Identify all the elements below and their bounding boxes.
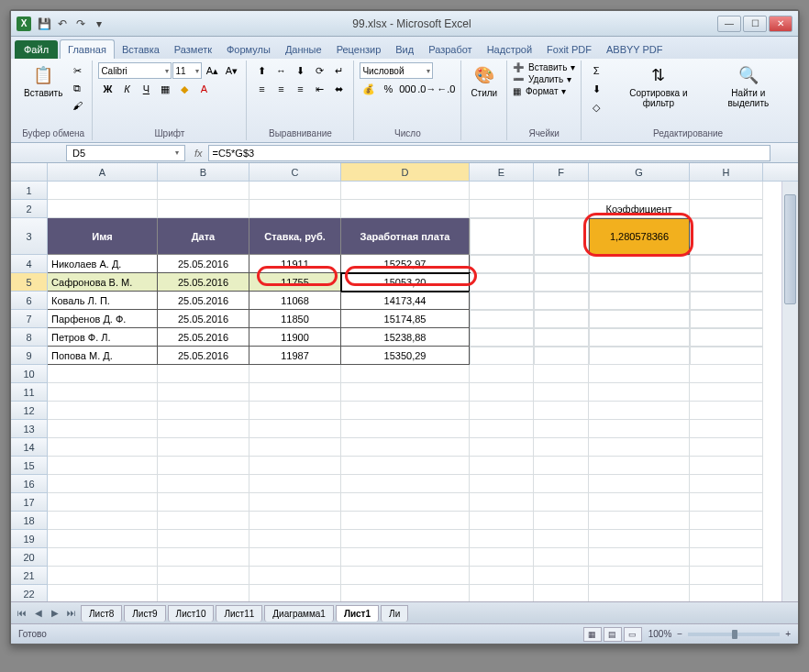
cell[interactable] bbox=[470, 475, 534, 493]
cell[interactable] bbox=[249, 585, 341, 601]
colhead-d[interactable]: D bbox=[341, 163, 470, 181]
cell-date[interactable]: 25.05.2016 bbox=[158, 273, 249, 292]
rowhead[interactable]: 18 bbox=[11, 512, 48, 530]
cell[interactable] bbox=[249, 512, 341, 530]
cell[interactable] bbox=[690, 328, 763, 347]
sheet-nav-prev-icon[interactable]: ◀ bbox=[31, 608, 46, 618]
align-center-icon[interactable]: ≡ bbox=[272, 81, 290, 97]
cell[interactable] bbox=[470, 310, 534, 328]
view-pagebreak-icon[interactable]: ▭ bbox=[624, 627, 642, 642]
rowhead[interactable]: 2 bbox=[11, 200, 48, 218]
cell[interactable] bbox=[158, 383, 249, 402]
cell[interactable] bbox=[48, 365, 158, 383]
maximize-button[interactable]: ☐ bbox=[743, 16, 767, 32]
cell-date[interactable]: 25.05.2016 bbox=[158, 328, 249, 347]
cell[interactable] bbox=[534, 255, 589, 273]
cell[interactable] bbox=[249, 438, 341, 457]
styles-button[interactable]: 🎨 Стили bbox=[467, 62, 501, 100]
cell[interactable] bbox=[534, 218, 589, 255]
colhead-f[interactable]: F bbox=[534, 163, 589, 181]
cell[interactable] bbox=[48, 585, 158, 601]
vertical-scrollbar[interactable] bbox=[781, 182, 798, 601]
cell[interactable] bbox=[534, 567, 589, 585]
cell[interactable] bbox=[48, 200, 158, 218]
cell[interactable] bbox=[589, 530, 690, 548]
tab-insert[interactable]: Вставка bbox=[115, 40, 167, 59]
sheet-tab-active[interactable]: Лист1 bbox=[336, 605, 379, 622]
cell[interactable] bbox=[48, 457, 158, 475]
sheet-tab[interactable]: Диаграмма1 bbox=[264, 605, 334, 622]
cell[interactable] bbox=[470, 585, 534, 601]
cell[interactable] bbox=[690, 438, 763, 457]
tab-review[interactable]: Рецензир bbox=[329, 40, 389, 59]
sheet-tab[interactable]: Лист11 bbox=[216, 605, 262, 622]
align-right-icon[interactable]: ≡ bbox=[291, 81, 309, 97]
zoom-out-button[interactable]: − bbox=[677, 629, 682, 639]
name-box[interactable]: D5▾ bbox=[66, 145, 185, 161]
cell[interactable] bbox=[534, 475, 589, 493]
cell[interactable] bbox=[534, 438, 589, 457]
cell[interactable] bbox=[589, 402, 690, 420]
rowhead[interactable]: 19 bbox=[11, 530, 48, 548]
cell[interactable] bbox=[470, 383, 534, 402]
cell[interactable] bbox=[158, 585, 249, 601]
cell[interactable] bbox=[249, 383, 341, 402]
header-date[interactable]: Дата bbox=[158, 218, 249, 255]
cell[interactable] bbox=[470, 292, 534, 310]
cell[interactable] bbox=[158, 548, 249, 567]
cell[interactable] bbox=[589, 512, 690, 530]
rowhead[interactable]: 11 bbox=[11, 383, 48, 402]
cell[interactable] bbox=[249, 475, 341, 493]
cell[interactable] bbox=[470, 365, 534, 383]
find-select-button[interactable]: 🔍 Найти и выделить bbox=[708, 62, 789, 110]
cell[interactable] bbox=[249, 530, 341, 548]
cell[interactable] bbox=[589, 328, 690, 347]
cell[interactable] bbox=[341, 200, 470, 218]
cell[interactable] bbox=[158, 457, 249, 475]
cell[interactable] bbox=[690, 273, 763, 292]
cell[interactable] bbox=[690, 457, 763, 475]
formula-bar[interactable]: =C5*G$3 bbox=[208, 145, 770, 161]
header-salary[interactable]: Заработная плата bbox=[341, 218, 470, 255]
sheet-nav-next-icon[interactable]: ▶ bbox=[48, 608, 62, 618]
rowhead[interactable]: 12 bbox=[11, 402, 48, 420]
cell-name[interactable]: Попова М. Д. bbox=[48, 347, 158, 365]
cell[interactable] bbox=[589, 567, 690, 585]
sheet-nav-last-icon[interactable]: ⏭ bbox=[64, 608, 79, 618]
cell[interactable] bbox=[470, 548, 534, 567]
cell[interactable] bbox=[470, 255, 534, 273]
cell[interactable] bbox=[690, 255, 763, 273]
cell[interactable] bbox=[534, 530, 589, 548]
rowhead[interactable]: 13 bbox=[11, 420, 48, 438]
grow-font-icon[interactable]: A▴ bbox=[203, 62, 221, 79]
cell[interactable] bbox=[48, 475, 158, 493]
cell-name[interactable]: Коваль Л. П. bbox=[48, 292, 158, 310]
cell[interactable] bbox=[690, 585, 763, 601]
currency-icon[interactable]: 💰 bbox=[360, 81, 378, 97]
cut-icon[interactable]: ✂ bbox=[68, 62, 86, 79]
cell[interactable] bbox=[690, 548, 763, 567]
wrap-text-icon[interactable]: ↵ bbox=[329, 62, 348, 79]
bold-icon[interactable]: Ж bbox=[98, 81, 116, 97]
align-left-icon[interactable]: ≡ bbox=[252, 81, 271, 97]
rowhead[interactable]: 4 bbox=[11, 255, 48, 273]
underline-icon[interactable]: Ч bbox=[137, 81, 155, 97]
cell[interactable] bbox=[48, 402, 158, 420]
rowhead[interactable]: 14 bbox=[11, 438, 48, 457]
cell[interactable] bbox=[690, 420, 763, 438]
cell[interactable] bbox=[158, 365, 249, 383]
cell-rate[interactable]: 11987 bbox=[249, 347, 341, 365]
cell-name[interactable]: Парфенов Д. Ф. bbox=[48, 310, 158, 328]
cell[interactable] bbox=[690, 475, 763, 493]
cell[interactable] bbox=[48, 567, 158, 585]
cell[interactable] bbox=[48, 548, 158, 567]
cell[interactable] bbox=[249, 567, 341, 585]
rowhead[interactable]: 3 bbox=[11, 218, 48, 255]
rowhead[interactable]: 21 bbox=[11, 567, 48, 585]
cell[interactable] bbox=[470, 420, 534, 438]
cell-rate[interactable]: 11755 bbox=[249, 273, 341, 292]
cell[interactable] bbox=[690, 218, 763, 255]
header-rate[interactable]: Ставка, руб. bbox=[249, 218, 341, 255]
cell[interactable] bbox=[589, 493, 690, 512]
cell[interactable] bbox=[690, 182, 763, 200]
